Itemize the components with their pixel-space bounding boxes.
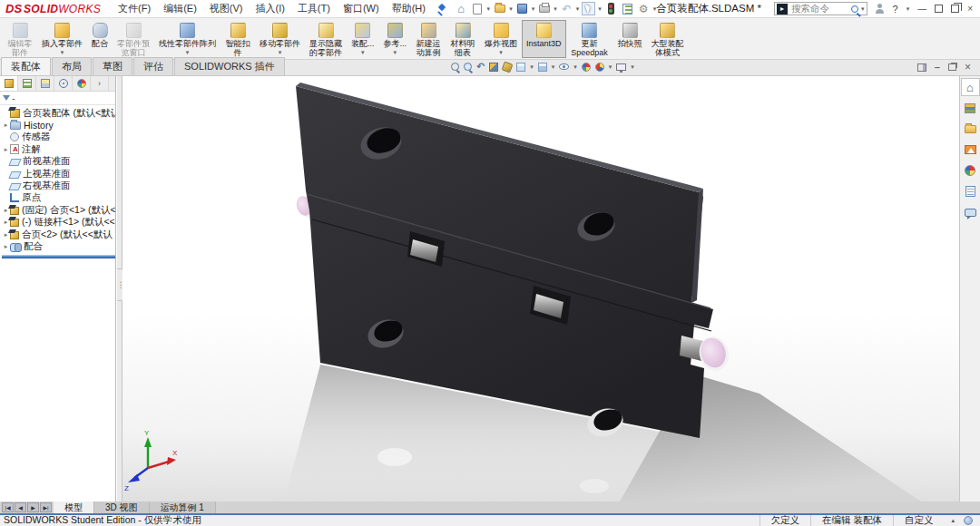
file-properties-icon[interactable]: [622, 4, 632, 15]
search-command-box[interactable]: ▸ 搜索命令 ▾: [774, 2, 867, 15]
previous-view-icon[interactable]: ↶: [476, 62, 485, 72]
display-style-caret[interactable]: ▾: [552, 63, 555, 70]
open-dropdown-caret[interactable]: ▾: [509, 5, 513, 12]
pin-menu-icon[interactable]: [437, 5, 444, 14]
taskpane-file-explorer-button[interactable]: [961, 120, 980, 138]
menu-insert[interactable]: 插入(I): [249, 0, 290, 17]
bill-of-materials-button[interactable]: 材料明细表: [446, 20, 480, 58]
menu-view[interactable]: 视图(V): [203, 0, 250, 17]
apply-scene-icon[interactable]: [595, 63, 604, 72]
tree-item-hinge-1[interactable]: ▸ (固定) 合页<1> (默认<: [2, 204, 115, 216]
next-tab-button[interactable]: ▶: [27, 502, 39, 512]
custom-status-button[interactable]: 自定义: [893, 515, 945, 526]
minimize-button[interactable]: —: [917, 5, 926, 14]
reference-geometry-caret[interactable]: ▾: [394, 49, 397, 55]
menu-window[interactable]: 窗口(W): [337, 0, 386, 17]
tree-item-history[interactable]: ▸ History: [2, 119, 115, 131]
view-orientation-caret[interactable]: ▾: [530, 63, 534, 70]
zoom-to-fit-icon[interactable]: [451, 63, 459, 71]
close-button[interactable]: ×: [967, 5, 973, 14]
tree-item-sensors[interactable]: 传感器: [2, 132, 115, 143]
help-dropdown-caret[interactable]: ▾: [906, 5, 910, 12]
instant3d-button[interactable]: Instant3D: [522, 20, 566, 58]
rebuild-icon[interactable]: [608, 3, 614, 15]
assembly-features-button[interactable]: 装配... ▾: [347, 20, 379, 58]
document-close-button[interactable]: ×: [965, 62, 971, 73]
tree-item-hinge-2[interactable]: ▸ 合页<2> (默认<<默认: [2, 229, 115, 240]
tab-3d-views[interactable]: 3D 视图: [94, 502, 150, 513]
tree-item-origin[interactable]: 原点: [2, 192, 115, 204]
restore-button[interactable]: [951, 5, 959, 13]
expand-arrow-icon[interactable]: ▸: [2, 243, 10, 250]
taskpane-resources-button[interactable]: ⌂: [961, 78, 980, 96]
print-icon[interactable]: [539, 5, 550, 13]
prev-tab-button[interactable]: ◀: [15, 502, 26, 512]
edit-appearance-icon[interactable]: [582, 63, 591, 72]
search-dropdown-caret[interactable]: ▾: [861, 5, 865, 12]
help-button[interactable]: ?: [893, 4, 898, 15]
login-user-icon[interactable]: [875, 4, 885, 14]
menu-tools[interactable]: 工具(T): [291, 0, 337, 17]
move-component-caret[interactable]: ▾: [279, 49, 282, 55]
tab-sketch[interactable]: 草图: [93, 57, 132, 75]
new-motion-study-button[interactable]: 新建运动算例: [411, 20, 446, 58]
select-dropdown-caret[interactable]: ▾: [598, 5, 602, 12]
tab-assembly[interactable]: 装配体: [1, 57, 51, 75]
search-input[interactable]: 搜索命令: [791, 3, 851, 15]
new-dropdown-caret[interactable]: ▾: [487, 5, 491, 12]
tree-item-front-plane[interactable]: 前视基准面: [2, 156, 115, 168]
update-speedpak-button[interactable]: 更新 Speedpak: [566, 20, 613, 58]
taskpane-custom-properties-button[interactable]: [961, 182, 980, 200]
linear-pattern-caret[interactable]: ▾: [186, 49, 190, 55]
tab-displaymanager[interactable]: [73, 76, 91, 91]
tree-item-link-rod-1[interactable]: ▸ (-) 链接杆<1> (默认<<: [2, 217, 115, 229]
linear-component-pattern-button[interactable]: 线性零部件阵列 ▾: [154, 20, 220, 58]
first-tab-button[interactable]: |◀: [2, 502, 14, 512]
rollback-bar[interactable]: [2, 255, 115, 258]
taskpane-appearances-button[interactable]: [961, 161, 980, 180]
hide-show-items-icon[interactable]: [559, 63, 569, 70]
tab-configurationmanager[interactable]: [36, 76, 54, 91]
select-tool-button[interactable]: [582, 2, 595, 15]
tab-dimxpertmanager[interactable]: [54, 76, 73, 91]
expand-arrow-icon[interactable]: ▸: [2, 146, 10, 153]
smart-fasteners-button[interactable]: 智能扣件: [220, 20, 255, 58]
taskpane-view-palette-button[interactable]: [961, 141, 980, 159]
tab-motion-study-1[interactable]: 运动算例 1: [150, 502, 216, 513]
exploded-view-button[interactable]: 爆炸视图 ▾: [480, 20, 522, 58]
print-dropdown-caret[interactable]: ▾: [554, 5, 557, 12]
view-orientation-icon[interactable]: [516, 63, 525, 72]
last-tab-button[interactable]: ▶|: [40, 502, 52, 512]
display-style-icon[interactable]: [538, 63, 547, 72]
menu-help[interactable]: 帮助(H): [386, 0, 432, 17]
tab-propertymanager[interactable]: [18, 76, 36, 91]
section-view-icon[interactable]: [489, 63, 498, 72]
view-settings-icon[interactable]: [616, 63, 626, 71]
large-assembly-mode-button[interactable]: 大型装配体模式: [647, 20, 689, 58]
graphics-viewport[interactable]: Y X Z: [122, 76, 959, 502]
move-component-button[interactable]: 移动零部件 ▾: [255, 20, 305, 58]
hide-show-items-caret[interactable]: ▾: [573, 63, 577, 70]
panel-tabs-overflow[interactable]: ›: [91, 76, 109, 91]
tab-solidworks-addins[interactable]: SOLIDWORKS 插件: [174, 57, 285, 75]
assembly-features-caret[interactable]: ▾: [361, 49, 365, 55]
tree-item-right-plane[interactable]: 右视基准面: [2, 180, 115, 191]
menu-edit[interactable]: 编辑(E): [157, 0, 203, 17]
undo-dropdown-caret[interactable]: ▾: [576, 5, 580, 12]
take-snapshot-button[interactable]: 拍快照: [613, 20, 647, 58]
view-settings-caret[interactable]: ▾: [631, 63, 634, 70]
tree-filter-row[interactable]: -: [0, 92, 115, 105]
undo-icon[interactable]: ↶: [560, 2, 573, 15]
tree-item-mates[interactable]: ▸ 配合: [2, 240, 115, 252]
taskpane-design-library-button[interactable]: [961, 99, 980, 117]
custom-status-caret[interactable]: ▴: [944, 517, 962, 524]
tree-item-assembly-root[interactable]: 合页装配体 (默认<默认_显: [2, 107, 115, 119]
filter-funnel-icon[interactable]: [3, 95, 10, 101]
reference-geometry-button[interactable]: 参考... ▾: [379, 20, 412, 58]
options-gear-icon[interactable]: ⚙: [637, 2, 651, 15]
tab-model[interactable]: 模型: [54, 502, 94, 513]
show-hidden-components-button[interactable]: 显示隐藏的零部件: [305, 20, 347, 58]
menu-file[interactable]: 文件(F): [112, 0, 157, 17]
exploded-view-caret[interactable]: ▾: [499, 49, 503, 55]
expand-arrow-icon[interactable]: ▸: [2, 122, 10, 129]
